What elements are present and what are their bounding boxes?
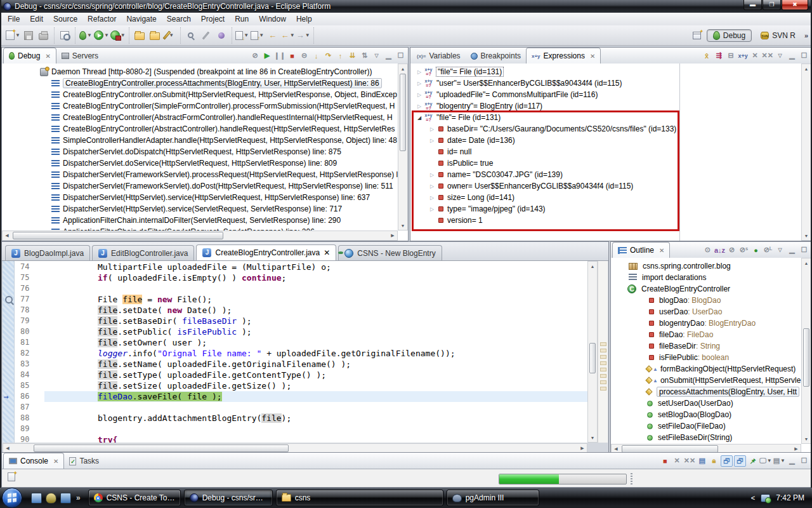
stack-frame-row[interactable]: ApplicationFilterChain.doFilter(ServletR… [2, 226, 398, 231]
run-button[interactable]: ▼ [94, 29, 109, 43]
menu-item-run[interactable]: Run [230, 13, 254, 25]
gutter-marker-column[interactable]: → [3, 391, 15, 402]
display-selected-console-icon[interactable]: 🖵︎▼ [759, 456, 772, 466]
gutter-marker-column[interactable] [3, 272, 15, 283]
stack-frame-row[interactable]: DispatcherServlet(FrameworkServlet).proc… [2, 169, 398, 180]
outline-item[interactable]: fileDao : FileDao [611, 329, 801, 340]
expression-child-row[interactable]: ▷type= "image/pjpeg" (id=143) [410, 203, 679, 215]
resume-icon[interactable]: ▶ [262, 51, 273, 61]
menu-item-edit[interactable]: Edit [25, 13, 48, 25]
search-button[interactable] [184, 29, 198, 43]
remove-all-expressions-icon[interactable]: ✕✕ [762, 51, 773, 61]
minimize-view-icon[interactable]: ▁ [383, 51, 394, 61]
code-text[interactable]: MultipartFile uploadedFile = (MultipartF… [44, 262, 587, 272]
expander-icon[interactable]: ▷ [416, 69, 423, 75]
code-text[interactable]: blogentry.addAttachmentBlogEntry(file); [44, 413, 587, 424]
code-line[interactable]: 82logger.info("Orignal File name: " + up… [3, 348, 587, 359]
fast-view-icon[interactable] [8, 472, 15, 481]
gutter-marker-column[interactable] [3, 402, 15, 413]
expander-icon[interactable]: ▷ [428, 184, 436, 189]
expander-icon[interactable]: ▷ [428, 138, 436, 144]
gutter-marker-column[interactable] [3, 424, 15, 434]
stack-frame-row[interactable]: DispatcherServlet.doDispatch(HttpServlet… [2, 146, 398, 157]
outline-item[interactable]: csns.spring.controller.blog [611, 260, 801, 272]
outline-item[interactable]: userDao : UserDao [611, 306, 801, 318]
open-type-button[interactable] [58, 29, 72, 43]
code-line[interactable]: 80file.setPublic( isFilePublic ); [3, 326, 587, 337]
outline-item[interactable]: isFilePublic : boolean [611, 352, 801, 363]
tab-console[interactable]: Console✕ [3, 453, 64, 469]
expander-icon[interactable]: ▷ [428, 206, 436, 212]
tab-tasks[interactable]: ✓Tasks [64, 453, 104, 469]
close-tab-icon[interactable]: ✕ [45, 53, 50, 60]
skip-all-breakpoints-icon[interactable]: ⊘ [250, 51, 261, 61]
show-stderr-icon[interactable]: 🗗︎ [734, 455, 746, 467]
code-line[interactable]: 74MultipartFile uploadedFile = (Multipar… [3, 262, 587, 272]
code-text[interactable]: file.setType( uploadedFile.getContentTyp… [44, 370, 587, 380]
maximize-view-icon[interactable]: ☐ [799, 51, 809, 61]
new-wizard-button[interactable]: ▼ [6, 29, 20, 43]
add-watch-expression-icon[interactable]: x+y [738, 51, 749, 61]
collapse-all-icon[interactable]: ⊟ [726, 51, 737, 61]
highlight-button[interactable]: ▼ [163, 29, 177, 43]
expression-row-expanded[interactable]: ◢x+y=?"file"= File (id=131) [410, 112, 679, 123]
gutter-marker-column[interactable] [3, 337, 15, 348]
view-menu-icon[interactable]: ▽ [775, 245, 785, 255]
code-line[interactable]: 85file.setSize( uploadedFile.getSize() )… [3, 380, 587, 391]
maximize-view-icon[interactable]: ☐ [799, 456, 809, 466]
stack-frame-row[interactable]: SimpleControllerHandlerAdapter.handle(Ht… [2, 135, 398, 146]
network-tray-icon[interactable] [761, 494, 770, 502]
hide-local-types-icon[interactable]: ⊘ᴸ [763, 245, 773, 255]
last-edit-location-button[interactable]: ← [266, 29, 280, 43]
gutter-marker-column[interactable] [3, 359, 15, 370]
clear-console-icon[interactable]: ▤ [697, 456, 707, 466]
stack-frame-row[interactable]: CreateBlogEntryController(SimpleFormCont… [2, 100, 398, 112]
forward-button[interactable]: →▼ [296, 29, 310, 43]
expression-child-row[interactable]: ▷date= Date (id=136) [410, 135, 679, 146]
show-type-names-icon[interactable]: x̂ [702, 51, 712, 61]
new-package-button[interactable] [148, 29, 162, 43]
editor-tab-csns-new-blogentry[interactable]: CSNS - New BlogEntry [338, 245, 442, 260]
code-line[interactable]: 87 [3, 402, 587, 413]
taskbar-clock[interactable]: 7:42 PM [776, 493, 804, 502]
menu-item-file[interactable]: File [3, 13, 25, 25]
expression-child-row[interactable]: id= null [410, 146, 679, 157]
expander-icon[interactable]: ▷ [416, 92, 423, 98]
trim-separator[interactable] [631, 473, 632, 485]
tab-servers[interactable]: Servers [56, 48, 103, 64]
expression-row[interactable]: ▷x+y=?"uploadedFile"= CommonsMultipartFi… [410, 89, 679, 100]
minimize-view-icon[interactable]: ▁ [787, 51, 797, 61]
tab-debug[interactable]: Debug✕ [3, 48, 56, 64]
quick-launch-icon-3[interactable] [60, 493, 71, 504]
show-stdout-icon[interactable]: 🗗︎ [721, 455, 733, 467]
toolbar-overflow-chevron[interactable]: » [804, 32, 808, 39]
gutter-marker-column[interactable] [3, 262, 15, 272]
quick-launch-icon-2[interactable] [46, 493, 56, 504]
gutter-marker-column[interactable] [3, 283, 15, 294]
close-tab-icon[interactable]: ✕ [324, 248, 330, 257]
code-line[interactable]: 90try{ [3, 434, 587, 443]
stack-frame-row[interactable]: CreateBlogEntryController(AbstractFormCo… [2, 112, 398, 123]
expander-icon[interactable]: ▷ [416, 104, 423, 109]
expression-row[interactable]: ▷x+y=?"file"= File (id=131) [410, 66, 679, 77]
close-tab-icon[interactable]: ✕ [53, 458, 58, 465]
stack-frame-row[interactable]: DispatcherServlet(HttpServlet).service(H… [2, 192, 398, 203]
stack-frame-row[interactable]: CreateBlogEntryController(AbstractContro… [2, 123, 398, 135]
code-text[interactable] [44, 402, 587, 413]
code-line[interactable]: 83file.setName( uploadedFile.getOriginal… [3, 359, 587, 370]
minimize-view-icon[interactable]: ▁ [787, 456, 797, 466]
expression-detail-pane[interactable] [680, 64, 801, 241]
expression-child-row[interactable]: ▷baseDir= "C:/Users/Gaurang/Documents/CS… [410, 123, 679, 135]
gutter-marker-column[interactable] [3, 294, 15, 305]
outline-item[interactable]: blogDao : BlogDao [611, 295, 801, 306]
open-perspective-button[interactable] [691, 29, 704, 42]
code-text[interactable]: logger.info("Orignal File name: " + uplo… [44, 348, 587, 359]
code-text[interactable] [44, 283, 587, 294]
code-text[interactable]: fileDao.saveFile( file ); [44, 391, 587, 402]
expressions-vertical-scrollbar[interactable]: ▲ ▼ [801, 64, 811, 241]
stack-frame-row[interactable]: CreateBlogEntryController.processAttachm… [2, 77, 398, 89]
editor-vertical-scrollbar[interactable]: ▲ ▼ [587, 261, 598, 443]
gutter-marker-column[interactable] [3, 316, 15, 326]
gutter-marker-column[interactable] [3, 326, 15, 337]
gutter-marker-column[interactable] [3, 380, 15, 391]
